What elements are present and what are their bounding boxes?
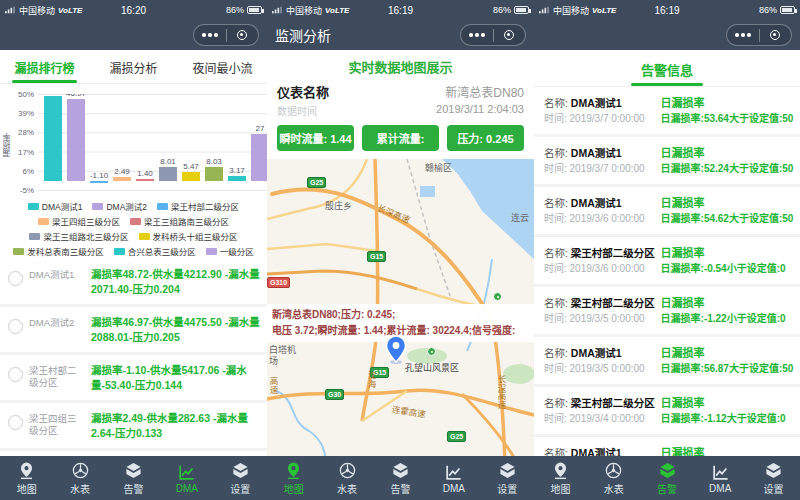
volte-label: VoLTE (58, 6, 82, 15)
alarm-type: 日漏损率 (661, 345, 794, 361)
nav-dma[interactable]: DMA (160, 456, 213, 500)
nav-map[interactable]: 地图 (0, 456, 53, 500)
legend-item[interactable]: 一级分区 (206, 245, 254, 257)
map-label-highway: 长深高速 (495, 375, 507, 409)
legend-item[interactable]: DMA测试2 (92, 200, 147, 212)
map-label-highway: 高速 (267, 377, 279, 394)
legend-item[interactable]: 梁王村部二级分区 (157, 200, 239, 212)
status-bar: 中国移动 VoLTE 16:19 86% (534, 0, 800, 20)
road-badge-g25: G25 (307, 177, 326, 188)
chart-bar (113, 177, 131, 181)
tab-item[interactable]: 漏损排行榜 (0, 50, 89, 83)
nav-settings[interactable]: 设置 (214, 456, 267, 500)
radio-circle[interactable] (8, 271, 23, 286)
alarm-detail: 日漏损率:53.64大于设定值:50 (661, 111, 794, 127)
carrier-label: 中国移动 (286, 4, 322, 17)
nav-dma[interactable]: DMA (427, 456, 480, 500)
legend-item[interactable]: 发科总表南三级分区 (13, 245, 104, 257)
nav-alarm[interactable]: 告警 (640, 456, 693, 500)
road-badge-g15: G15 (367, 251, 386, 262)
map-label-highway: 沈海 (365, 371, 377, 388)
section-title: 实时数据地图展示 (267, 50, 534, 82)
chart-bar (159, 167, 177, 181)
legend-item[interactable]: DMA测试1 (28, 200, 83, 212)
miniprogram-capsule[interactable] (460, 24, 526, 46)
alarm-list: 名称: DMA测试1 时间: 2019/3/7 0:00:00 日漏损率 日漏损… (534, 86, 800, 500)
metric-button[interactable]: 压力: 0.245 (447, 125, 524, 151)
metric-button[interactable]: 累计流量: (362, 125, 439, 151)
alarm-row[interactable]: 名称: DMA测试1 时间: 2019/3/7 0:00:00 日漏损率 日漏损… (534, 87, 800, 137)
map-label-city: 连云 (511, 211, 529, 224)
name-label: 名称: (544, 147, 568, 159)
metric-button[interactable]: 瞬时流量: 1.44 (277, 125, 354, 151)
map-label-airport: 白塔机场 (269, 345, 301, 367)
alarm-row[interactable]: 名称: DMA测试1 时间: 2019/3/6 0:00:00 日漏损率 日漏损… (534, 187, 800, 237)
alarm-zone-name: 梁王村部二级分区 (571, 297, 655, 309)
radio-circle[interactable] (8, 319, 23, 334)
nav-alarm[interactable]: 告警 (374, 456, 427, 500)
alarm-row[interactable]: 名称: 梁王村部二级分区 时间: 2019/3/4 0:00:00 日漏损率 日… (534, 387, 800, 437)
close-circle-icon[interactable] (227, 30, 259, 40)
ranking-row[interactable]: 梁王四组三级分区 漏损率2.49-供水量282.63 -漏水量2.64-压力0.… (0, 403, 267, 451)
ranking-row[interactable]: DMA测试1 漏损率48.72-供水量4212.90 -漏水量2071.40-压… (0, 259, 267, 307)
nav-water-meter[interactable]: 水表 (587, 456, 640, 500)
map-view[interactable]: G25 G15 G310 G15 G30 G25 赣榆区 殷庄乡 长深高速 连云… (267, 159, 534, 500)
nav-alarm[interactable]: 告警 (107, 456, 160, 500)
miniprogram-capsule[interactable] (726, 24, 792, 46)
clock: 16:20 (121, 5, 146, 16)
nav-settings[interactable]: 设置 (747, 456, 800, 500)
alarm-time: 2019/3/7 0:00:00 (570, 163, 645, 174)
alarm-row[interactable]: 名称: 梁王村部二级分区 时间: 2019/3/6 0:00:00 日漏损率 日… (534, 237, 800, 287)
nav-dma[interactable]: DMA (694, 456, 747, 500)
legend-item[interactable]: 梁王三组路北三级分区 (29, 230, 128, 242)
time-label: 时间: (544, 313, 567, 324)
tab-item[interactable]: 夜间最小流 (178, 50, 267, 83)
alarm-zone-name: 梁王村部二级分区 (571, 247, 655, 259)
legend-swatch (38, 218, 49, 225)
more-icon[interactable] (194, 33, 226, 37)
zone-name: DMA测试2 (29, 315, 85, 329)
map-pin-icon (551, 461, 570, 480)
box-icon (764, 461, 783, 480)
battery-icon (514, 6, 529, 14)
status-bar: 中国移动 VoLTE 16:19 86% (267, 0, 534, 20)
bottom-nav: 地图 水表 告警 DMA 设置 (0, 456, 267, 500)
alarm-row[interactable]: 名称: DMA测试1 时间: 2019/3/5 0:00:00 日漏损率 日漏损… (534, 337, 800, 387)
legend-item[interactable]: 梁王四组三级分区 (38, 215, 120, 227)
more-icon[interactable] (461, 33, 493, 37)
alarm-type: 日漏损率 (661, 245, 792, 261)
radio-circle[interactable] (8, 415, 23, 430)
tab-item[interactable]: 漏损分析 (89, 50, 178, 83)
nav-map[interactable]: 地图 (534, 456, 587, 500)
more-icon[interactable] (727, 33, 759, 37)
battery-percent: 86% (759, 5, 777, 15)
signal-icon (539, 6, 550, 14)
nav-settings[interactable]: 设置 (481, 456, 534, 500)
y-tick-label: 28% (18, 128, 34, 137)
alarm-type: 日漏损率 (661, 195, 794, 211)
alarm-row[interactable]: 名称: 梁王村部二级分区 时间: 2019/3/5 0:00:00 日漏损率 日… (534, 287, 800, 337)
radio-circle[interactable] (8, 367, 23, 382)
y-tick-label: -5% (20, 186, 34, 195)
legend-item[interactable]: 梁王三组路南三级分区 (130, 215, 229, 227)
status-bar: 中国移动 VoLTE 16:20 86% (0, 0, 267, 20)
legend-item[interactable]: 合兴总表三级分区 (114, 245, 196, 257)
zone-metrics: 漏损率46.97-供水量4475.50 -漏水量2088.01-压力0.205 (91, 315, 261, 345)
legend-item[interactable]: 发科桥头十组三级分区 (139, 230, 238, 242)
ranking-row[interactable]: DMA测试2 漏损率46.97-供水量4475.50 -漏水量2088.01-压… (0, 307, 267, 355)
alarm-type: 日漏损率 (661, 295, 792, 311)
close-circle-icon[interactable] (760, 30, 792, 40)
bottom-nav: 地图 水表 告警 DMA 设置 (534, 456, 800, 500)
box-icon (391, 461, 410, 480)
time-label: 时间: (544, 363, 567, 374)
nav-map[interactable]: 地图 (267, 456, 320, 500)
ranking-row[interactable]: 梁王村部二级分区 漏损率-1.10-供水量5417.06 -漏水量-53.40-… (0, 355, 267, 403)
alarm-row[interactable]: 名称: DMA测试1 时间: 2019/3/7 0:00:00 日漏损率 日漏损… (534, 137, 800, 187)
miniprogram-capsule[interactable] (193, 24, 259, 46)
alarm-title: 告警信息 (534, 60, 800, 86)
close-circle-icon[interactable] (494, 30, 526, 40)
nav-water-meter[interactable]: 水表 (53, 456, 106, 500)
location-pin-icon (383, 335, 409, 365)
nav-water-meter[interactable]: 水表 (320, 456, 373, 500)
leak-rate-chart: 漏损率 50%39%28%17%6%-5% 48.7246.97-1.102.4… (0, 84, 267, 196)
